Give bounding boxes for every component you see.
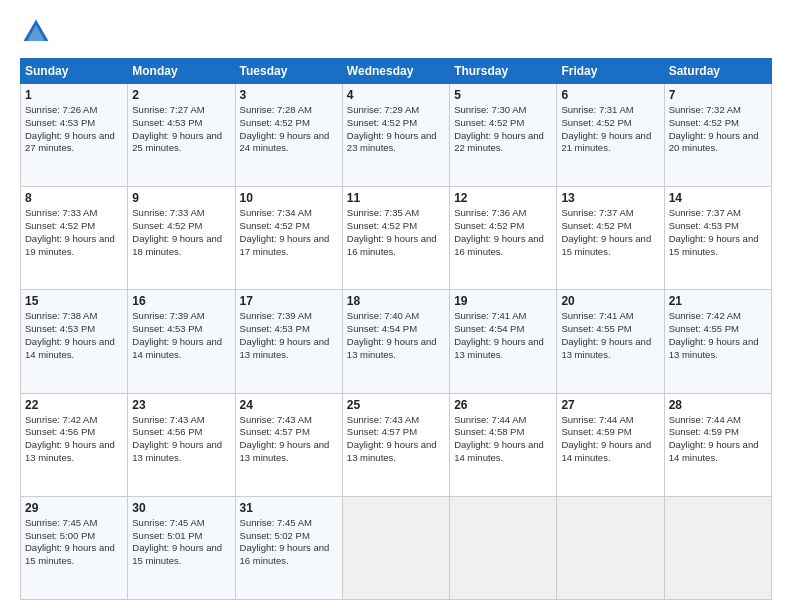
day-number: 10 [240, 191, 338, 205]
day-number: 15 [25, 294, 123, 308]
day-info: Sunrise: 7:45 AM Sunset: 5:02 PM Dayligh… [240, 517, 338, 568]
day-number: 31 [240, 501, 338, 515]
table-row: 13 Sunrise: 7:37 AM Sunset: 4:52 PM Dayl… [557, 187, 664, 290]
table-row: 12 Sunrise: 7:36 AM Sunset: 4:52 PM Dayl… [450, 187, 557, 290]
day-info: Sunrise: 7:38 AM Sunset: 4:53 PM Dayligh… [25, 310, 123, 361]
page: Sunday Monday Tuesday Wednesday Thursday… [0, 0, 792, 612]
col-wednesday: Wednesday [342, 59, 449, 84]
day-number: 23 [132, 398, 230, 412]
day-number: 2 [132, 88, 230, 102]
day-info: Sunrise: 7:44 AM Sunset: 4:59 PM Dayligh… [561, 414, 659, 465]
day-info: Sunrise: 7:43 AM Sunset: 4:56 PM Dayligh… [132, 414, 230, 465]
table-row: 2 Sunrise: 7:27 AM Sunset: 4:53 PM Dayli… [128, 84, 235, 187]
day-info: Sunrise: 7:30 AM Sunset: 4:52 PM Dayligh… [454, 104, 552, 155]
day-info: Sunrise: 7:37 AM Sunset: 4:52 PM Dayligh… [561, 207, 659, 258]
day-number: 16 [132, 294, 230, 308]
day-number: 21 [669, 294, 767, 308]
day-info: Sunrise: 7:32 AM Sunset: 4:52 PM Dayligh… [669, 104, 767, 155]
table-row: 28 Sunrise: 7:44 AM Sunset: 4:59 PM Dayl… [664, 393, 771, 496]
day-number: 28 [669, 398, 767, 412]
table-row: 1 Sunrise: 7:26 AM Sunset: 4:53 PM Dayli… [21, 84, 128, 187]
table-row: 9 Sunrise: 7:33 AM Sunset: 4:52 PM Dayli… [128, 187, 235, 290]
day-number: 13 [561, 191, 659, 205]
table-row: 22 Sunrise: 7:42 AM Sunset: 4:56 PM Dayl… [21, 393, 128, 496]
logo [20, 16, 56, 48]
table-row: 21 Sunrise: 7:42 AM Sunset: 4:55 PM Dayl… [664, 290, 771, 393]
day-number: 6 [561, 88, 659, 102]
day-number: 12 [454, 191, 552, 205]
day-info: Sunrise: 7:41 AM Sunset: 4:54 PM Dayligh… [454, 310, 552, 361]
day-info: Sunrise: 7:27 AM Sunset: 4:53 PM Dayligh… [132, 104, 230, 155]
table-row [450, 496, 557, 599]
calendar-week-row: 22 Sunrise: 7:42 AM Sunset: 4:56 PM Dayl… [21, 393, 772, 496]
day-number: 1 [25, 88, 123, 102]
day-number: 22 [25, 398, 123, 412]
col-monday: Monday [128, 59, 235, 84]
day-number: 20 [561, 294, 659, 308]
day-number: 5 [454, 88, 552, 102]
day-info: Sunrise: 7:45 AM Sunset: 5:01 PM Dayligh… [132, 517, 230, 568]
calendar-week-row: 8 Sunrise: 7:33 AM Sunset: 4:52 PM Dayli… [21, 187, 772, 290]
day-info: Sunrise: 7:42 AM Sunset: 4:56 PM Dayligh… [25, 414, 123, 465]
day-info: Sunrise: 7:44 AM Sunset: 4:59 PM Dayligh… [669, 414, 767, 465]
day-number: 17 [240, 294, 338, 308]
day-number: 29 [25, 501, 123, 515]
day-info: Sunrise: 7:33 AM Sunset: 4:52 PM Dayligh… [132, 207, 230, 258]
day-number: 8 [25, 191, 123, 205]
table-row: 5 Sunrise: 7:30 AM Sunset: 4:52 PM Dayli… [450, 84, 557, 187]
table-row: 27 Sunrise: 7:44 AM Sunset: 4:59 PM Dayl… [557, 393, 664, 496]
calendar-week-row: 29 Sunrise: 7:45 AM Sunset: 5:00 PM Dayl… [21, 496, 772, 599]
day-info: Sunrise: 7:29 AM Sunset: 4:52 PM Dayligh… [347, 104, 445, 155]
calendar-week-row: 1 Sunrise: 7:26 AM Sunset: 4:53 PM Dayli… [21, 84, 772, 187]
table-row: 19 Sunrise: 7:41 AM Sunset: 4:54 PM Dayl… [450, 290, 557, 393]
table-row: 6 Sunrise: 7:31 AM Sunset: 4:52 PM Dayli… [557, 84, 664, 187]
day-info: Sunrise: 7:40 AM Sunset: 4:54 PM Dayligh… [347, 310, 445, 361]
day-info: Sunrise: 7:39 AM Sunset: 4:53 PM Dayligh… [132, 310, 230, 361]
table-row: 26 Sunrise: 7:44 AM Sunset: 4:58 PM Dayl… [450, 393, 557, 496]
day-number: 14 [669, 191, 767, 205]
day-info: Sunrise: 7:45 AM Sunset: 5:00 PM Dayligh… [25, 517, 123, 568]
table-row: 31 Sunrise: 7:45 AM Sunset: 5:02 PM Dayl… [235, 496, 342, 599]
col-tuesday: Tuesday [235, 59, 342, 84]
table-row: 11 Sunrise: 7:35 AM Sunset: 4:52 PM Dayl… [342, 187, 449, 290]
header [20, 16, 772, 48]
day-info: Sunrise: 7:26 AM Sunset: 4:53 PM Dayligh… [25, 104, 123, 155]
table-row [557, 496, 664, 599]
day-info: Sunrise: 7:35 AM Sunset: 4:52 PM Dayligh… [347, 207, 445, 258]
calendar-week-row: 15 Sunrise: 7:38 AM Sunset: 4:53 PM Dayl… [21, 290, 772, 393]
day-number: 9 [132, 191, 230, 205]
day-info: Sunrise: 7:43 AM Sunset: 4:57 PM Dayligh… [240, 414, 338, 465]
table-row: 4 Sunrise: 7:29 AM Sunset: 4:52 PM Dayli… [342, 84, 449, 187]
day-info: Sunrise: 7:44 AM Sunset: 4:58 PM Dayligh… [454, 414, 552, 465]
table-row: 17 Sunrise: 7:39 AM Sunset: 4:53 PM Dayl… [235, 290, 342, 393]
day-info: Sunrise: 7:33 AM Sunset: 4:52 PM Dayligh… [25, 207, 123, 258]
calendar-table: Sunday Monday Tuesday Wednesday Thursday… [20, 58, 772, 600]
day-info: Sunrise: 7:43 AM Sunset: 4:57 PM Dayligh… [347, 414, 445, 465]
table-row: 25 Sunrise: 7:43 AM Sunset: 4:57 PM Dayl… [342, 393, 449, 496]
table-row: 23 Sunrise: 7:43 AM Sunset: 4:56 PM Dayl… [128, 393, 235, 496]
day-info: Sunrise: 7:36 AM Sunset: 4:52 PM Dayligh… [454, 207, 552, 258]
table-row: 16 Sunrise: 7:39 AM Sunset: 4:53 PM Dayl… [128, 290, 235, 393]
day-number: 11 [347, 191, 445, 205]
day-number: 26 [454, 398, 552, 412]
table-row: 10 Sunrise: 7:34 AM Sunset: 4:52 PM Dayl… [235, 187, 342, 290]
table-row: 3 Sunrise: 7:28 AM Sunset: 4:52 PM Dayli… [235, 84, 342, 187]
col-saturday: Saturday [664, 59, 771, 84]
day-number: 7 [669, 88, 767, 102]
day-info: Sunrise: 7:31 AM Sunset: 4:52 PM Dayligh… [561, 104, 659, 155]
table-row: 8 Sunrise: 7:33 AM Sunset: 4:52 PM Dayli… [21, 187, 128, 290]
day-info: Sunrise: 7:37 AM Sunset: 4:53 PM Dayligh… [669, 207, 767, 258]
table-row: 15 Sunrise: 7:38 AM Sunset: 4:53 PM Dayl… [21, 290, 128, 393]
day-number: 18 [347, 294, 445, 308]
day-info: Sunrise: 7:34 AM Sunset: 4:52 PM Dayligh… [240, 207, 338, 258]
day-info: Sunrise: 7:39 AM Sunset: 4:53 PM Dayligh… [240, 310, 338, 361]
logo-icon [20, 16, 52, 48]
table-row [342, 496, 449, 599]
day-number: 4 [347, 88, 445, 102]
table-row: 24 Sunrise: 7:43 AM Sunset: 4:57 PM Dayl… [235, 393, 342, 496]
table-row [664, 496, 771, 599]
calendar-header-row: Sunday Monday Tuesday Wednesday Thursday… [21, 59, 772, 84]
day-number: 19 [454, 294, 552, 308]
col-friday: Friday [557, 59, 664, 84]
day-info: Sunrise: 7:28 AM Sunset: 4:52 PM Dayligh… [240, 104, 338, 155]
